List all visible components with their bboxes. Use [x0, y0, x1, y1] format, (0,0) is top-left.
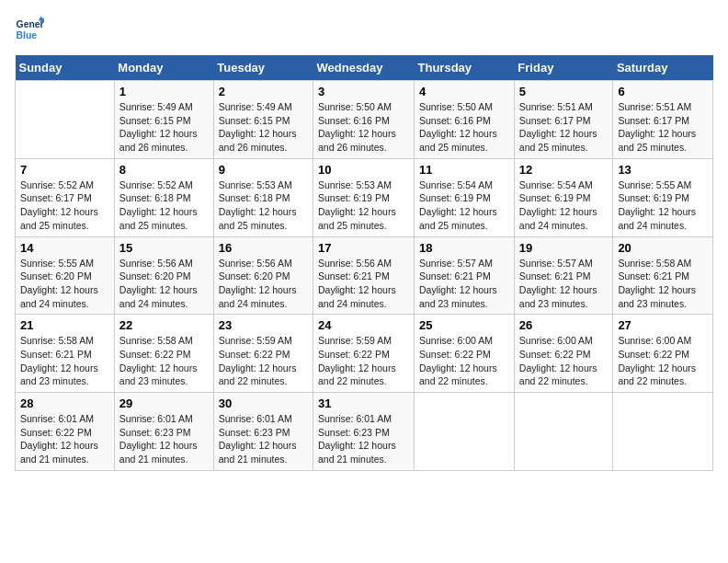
calendar-cell: 13Sunrise: 5:55 AM Sunset: 6:19 PM Dayli… — [613, 158, 713, 236]
calendar-cell: 28Sunrise: 6:01 AM Sunset: 6:22 PM Dayli… — [16, 393, 115, 471]
logo-icon: General Blue — [15, 15, 44, 44]
day-number: 8 — [119, 163, 209, 177]
calendar-cell: 19Sunrise: 5:57 AM Sunset: 6:21 PM Dayli… — [514, 236, 613, 315]
day-info: Sunrise: 5:49 AM Sunset: 6:15 PM Dayligh… — [219, 100, 308, 155]
day-number: 29 — [119, 396, 209, 410]
header-friday: Friday — [514, 55, 613, 81]
calendar-cell: 27Sunrise: 6:00 AM Sunset: 6:22 PM Dayli… — [613, 315, 713, 393]
calendar-cell: 10Sunrise: 5:53 AM Sunset: 6:19 PM Dayli… — [313, 158, 415, 236]
header-monday: Monday — [114, 55, 213, 81]
day-info: Sunrise: 5:59 AM Sunset: 6:22 PM Dayligh… — [318, 334, 409, 388]
calendar-cell: 11Sunrise: 5:54 AM Sunset: 6:19 PM Dayli… — [415, 158, 515, 236]
day-info: Sunrise: 5:56 AM Sunset: 6:21 PM Dayligh… — [318, 257, 409, 311]
day-number: 19 — [519, 241, 609, 255]
day-number: 28 — [20, 396, 109, 410]
day-number: 14 — [20, 241, 109, 255]
day-number: 12 — [519, 163, 609, 177]
calendar-cell — [16, 81, 115, 159]
calendar-cell: 31Sunrise: 6:01 AM Sunset: 6:23 PM Dayli… — [313, 393, 415, 471]
calendar-cell: 6Sunrise: 5:51 AM Sunset: 6:17 PM Daylig… — [613, 81, 713, 159]
day-number: 15 — [119, 241, 209, 255]
calendar-week-row: 28Sunrise: 6:01 AM Sunset: 6:22 PM Dayli… — [16, 393, 713, 471]
header-thursday: Thursday — [415, 55, 515, 81]
day-number: 7 — [20, 163, 109, 177]
day-number: 30 — [219, 396, 308, 410]
calendar-cell: 16Sunrise: 5:56 AM Sunset: 6:20 PM Dayli… — [213, 236, 313, 315]
day-number: 6 — [618, 85, 708, 98]
day-info: Sunrise: 6:01 AM Sunset: 6:23 PM Dayligh… — [119, 412, 209, 466]
day-number: 2 — [219, 85, 308, 98]
calendar-cell: 24Sunrise: 5:59 AM Sunset: 6:22 PM Dayli… — [313, 315, 415, 393]
day-info: Sunrise: 5:52 AM Sunset: 6:18 PM Dayligh… — [119, 178, 209, 233]
day-info: Sunrise: 5:55 AM Sunset: 6:19 PM Dayligh… — [618, 178, 708, 233]
calendar-cell: 12Sunrise: 5:54 AM Sunset: 6:19 PM Dayli… — [514, 158, 613, 236]
calendar-cell: 18Sunrise: 5:57 AM Sunset: 6:21 PM Dayli… — [415, 236, 515, 315]
calendar-cell: 4Sunrise: 5:50 AM Sunset: 6:16 PM Daylig… — [415, 81, 515, 159]
day-number: 25 — [419, 318, 509, 332]
calendar-cell: 20Sunrise: 5:58 AM Sunset: 6:21 PM Dayli… — [613, 236, 713, 315]
logo: General Blue — [15, 15, 44, 44]
page-header: General Blue — [15, 15, 713, 44]
calendar-cell: 14Sunrise: 5:55 AM Sunset: 6:20 PM Dayli… — [16, 236, 115, 315]
day-number: 27 — [618, 318, 708, 332]
calendar-cell: 29Sunrise: 6:01 AM Sunset: 6:23 PM Dayli… — [114, 393, 213, 471]
day-info: Sunrise: 5:51 AM Sunset: 6:17 PM Dayligh… — [519, 100, 609, 155]
calendar-cell: 21Sunrise: 5:58 AM Sunset: 6:21 PM Dayli… — [16, 315, 115, 393]
calendar-cell: 23Sunrise: 5:59 AM Sunset: 6:22 PM Dayli… — [213, 315, 313, 393]
day-info: Sunrise: 6:01 AM Sunset: 6:22 PM Dayligh… — [20, 412, 109, 466]
calendar-week-row: 14Sunrise: 5:55 AM Sunset: 6:20 PM Dayli… — [16, 236, 713, 315]
day-info: Sunrise: 5:50 AM Sunset: 6:16 PM Dayligh… — [318, 100, 409, 155]
day-info: Sunrise: 5:54 AM Sunset: 6:19 PM Dayligh… — [519, 178, 609, 233]
calendar-cell: 9Sunrise: 5:53 AM Sunset: 6:18 PM Daylig… — [213, 158, 313, 236]
calendar-cell: 15Sunrise: 5:56 AM Sunset: 6:20 PM Dayli… — [114, 236, 213, 315]
day-info: Sunrise: 5:57 AM Sunset: 6:21 PM Dayligh… — [419, 257, 509, 311]
header-wednesday: Wednesday — [313, 55, 415, 81]
day-info: Sunrise: 5:54 AM Sunset: 6:19 PM Dayligh… — [419, 178, 509, 233]
day-number: 3 — [318, 85, 409, 98]
day-number: 4 — [419, 85, 509, 98]
day-number: 11 — [419, 163, 509, 177]
day-info: Sunrise: 5:56 AM Sunset: 6:20 PM Dayligh… — [119, 257, 209, 311]
day-number: 16 — [219, 241, 308, 255]
day-info: Sunrise: 6:01 AM Sunset: 6:23 PM Dayligh… — [318, 412, 409, 466]
calendar-cell: 22Sunrise: 5:58 AM Sunset: 6:22 PM Dayli… — [114, 315, 213, 393]
calendar-week-row: 7Sunrise: 5:52 AM Sunset: 6:17 PM Daylig… — [16, 158, 713, 236]
calendar-cell: 25Sunrise: 6:00 AM Sunset: 6:22 PM Dayli… — [415, 315, 515, 393]
day-number: 26 — [519, 318, 609, 332]
calendar-cell: 2Sunrise: 5:49 AM Sunset: 6:15 PM Daylig… — [213, 81, 313, 159]
day-info: Sunrise: 6:01 AM Sunset: 6:23 PM Dayligh… — [219, 412, 308, 466]
day-number: 13 — [618, 163, 708, 177]
day-info: Sunrise: 5:51 AM Sunset: 6:17 PM Dayligh… — [618, 100, 708, 155]
day-info: Sunrise: 5:50 AM Sunset: 6:16 PM Dayligh… — [419, 100, 509, 155]
day-info: Sunrise: 6:00 AM Sunset: 6:22 PM Dayligh… — [419, 334, 509, 388]
calendar-cell: 30Sunrise: 6:01 AM Sunset: 6:23 PM Dayli… — [213, 393, 313, 471]
calendar-cell: 7Sunrise: 5:52 AM Sunset: 6:17 PM Daylig… — [16, 158, 115, 236]
calendar-cell: 17Sunrise: 5:56 AM Sunset: 6:21 PM Dayli… — [313, 236, 415, 315]
day-info: Sunrise: 5:56 AM Sunset: 6:20 PM Dayligh… — [219, 257, 308, 311]
header-sunday: Sunday — [16, 55, 115, 81]
day-number: 10 — [318, 163, 409, 177]
day-number: 9 — [219, 163, 308, 177]
day-number: 31 — [318, 396, 409, 410]
day-number: 18 — [419, 241, 509, 255]
day-info: Sunrise: 6:00 AM Sunset: 6:22 PM Dayligh… — [618, 334, 708, 388]
header-saturday: Saturday — [613, 55, 713, 81]
day-info: Sunrise: 5:57 AM Sunset: 6:21 PM Dayligh… — [519, 257, 609, 311]
header-tuesday: Tuesday — [213, 55, 313, 81]
calendar-cell — [415, 393, 515, 471]
calendar-cell: 8Sunrise: 5:52 AM Sunset: 6:18 PM Daylig… — [114, 158, 213, 236]
day-info: Sunrise: 5:52 AM Sunset: 6:17 PM Dayligh… — [20, 178, 109, 233]
day-number: 22 — [119, 318, 209, 332]
day-number: 20 — [618, 241, 708, 255]
day-info: Sunrise: 5:55 AM Sunset: 6:20 PM Dayligh… — [20, 257, 109, 311]
svg-text:General: General — [17, 19, 44, 29]
calendar-table: SundayMondayTuesdayWednesdayThursdayFrid… — [15, 55, 713, 471]
day-number: 17 — [318, 241, 409, 255]
day-info: Sunrise: 5:58 AM Sunset: 6:22 PM Dayligh… — [119, 334, 209, 388]
day-info: Sunrise: 5:59 AM Sunset: 6:22 PM Dayligh… — [219, 334, 308, 388]
calendar-cell: 5Sunrise: 5:51 AM Sunset: 6:17 PM Daylig… — [514, 81, 613, 159]
day-number: 1 — [119, 85, 209, 98]
day-info: Sunrise: 5:58 AM Sunset: 6:21 PM Dayligh… — [618, 257, 708, 311]
day-number: 5 — [519, 85, 609, 98]
calendar-cell: 3Sunrise: 5:50 AM Sunset: 6:16 PM Daylig… — [313, 81, 415, 159]
